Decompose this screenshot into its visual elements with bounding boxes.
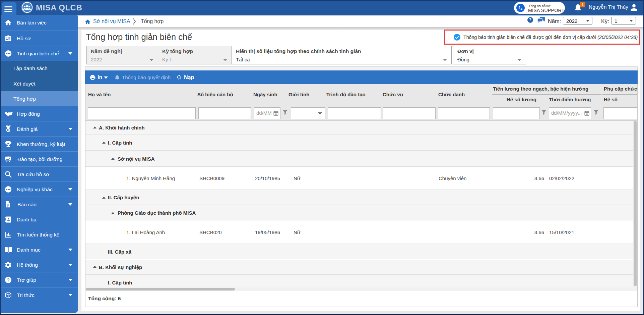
svg-text:23: 23 (275, 113, 277, 115)
svg-text:23: 23 (586, 113, 588, 115)
svg-text:1: 1 (7, 128, 9, 132)
svg-text:?: ? (7, 277, 9, 282)
